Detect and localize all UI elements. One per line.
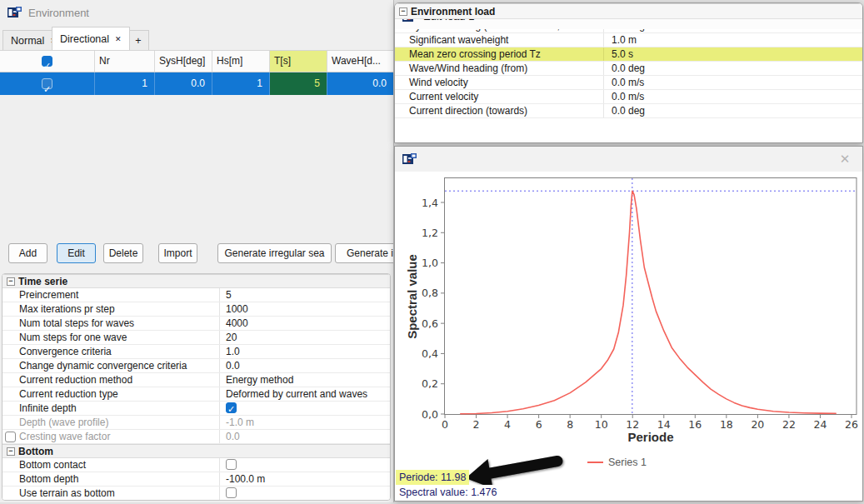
property-value[interactable]: 0.0 bbox=[220, 359, 390, 372]
x-tick-label: 10 bbox=[595, 418, 608, 431]
environment-button-bar: Add Edit Delete Import Generate irregula… bbox=[0, 243, 393, 265]
tab-directional-label: Directional bbox=[60, 33, 109, 45]
property-value[interactable]: 1000 bbox=[220, 302, 390, 316]
x-tick-label: 22 bbox=[782, 418, 796, 431]
y-axis-title: Spectral value bbox=[405, 213, 422, 380]
property-value[interactable]: -100.0 m bbox=[220, 472, 390, 486]
collapse-icon[interactable]: − bbox=[399, 7, 407, 16]
property-row: Current reduction methodEnergy method bbox=[2, 373, 390, 387]
property-row: Use terrain as bottom bbox=[2, 487, 390, 501]
y-tick-label: 1,2 bbox=[422, 227, 438, 239]
table-row-selected[interactable]: 1 0.0 1 5 0.0 bbox=[0, 72, 393, 95]
column-header-nr[interactable]: Nr bbox=[95, 51, 155, 72]
property-section-header[interactable]: −Bottom bbox=[2, 444, 390, 458]
property-row: Bottom contact bbox=[2, 458, 390, 472]
dialog-property-value[interactable]: 0.0 deg bbox=[603, 62, 862, 75]
select-all-checkbox[interactable] bbox=[42, 56, 52, 67]
property-value[interactable]: 4000 bbox=[220, 317, 390, 330]
property-label: Max iterations pr step bbox=[2, 302, 220, 316]
cell-sysh[interactable]: 0.0 bbox=[155, 72, 212, 95]
property-label: Current reduction method bbox=[2, 373, 220, 387]
x-tick-label: 12 bbox=[626, 418, 639, 431]
property-label: Num total steps for waves bbox=[2, 317, 220, 330]
property-value[interactable] bbox=[220, 458, 390, 472]
row-checkbox[interactable] bbox=[42, 78, 52, 89]
environment-titlebar[interactable]: Environment bbox=[0, 0, 393, 25]
generate-button-clipped[interactable]: Generate i bbox=[335, 243, 394, 263]
dialog-property-row: Mean zero crossing period Tz5.0 s bbox=[395, 47, 862, 62]
import-button[interactable]: Import bbox=[158, 243, 197, 263]
select-all-header-cell[interactable] bbox=[0, 51, 95, 72]
property-label: Cresting wave factor bbox=[2, 430, 220, 443]
property-value[interactable]: 5 bbox=[220, 288, 390, 302]
column-header-waveh[interactable]: WaveH[d... bbox=[327, 51, 393, 72]
environment-tabbar: Normal ✕ Directional ✕ + bbox=[0, 25, 393, 50]
crosshair-tooltip-y: Spectral value: 1.476 bbox=[396, 485, 500, 500]
environment-load-section-header[interactable]: − Environment load bbox=[395, 3, 862, 19]
spectrum-plot[interactable]: 024681012141618202224260,00,20,40,60,81,… bbox=[395, 147, 863, 502]
tab-normal-label: Normal bbox=[11, 35, 44, 47]
app-icon bbox=[7, 7, 22, 18]
dialog-property-value[interactable]: 1.0 m bbox=[603, 33, 862, 47]
dialog-property-row: Wave/Wind heading (from)0.0 deg bbox=[395, 62, 862, 76]
column-header-t[interactable]: T[s] bbox=[270, 51, 327, 72]
property-value[interactable]: Deformed by current and waves bbox=[220, 387, 390, 401]
dialog-property-value[interactable]: 0.0 m/s bbox=[603, 76, 862, 89]
cell-hs[interactable]: 1 bbox=[212, 72, 270, 95]
y-tick-label: 0,4 bbox=[422, 347, 438, 360]
property-value[interactable]: Energy method bbox=[220, 373, 390, 387]
legend-line-icon bbox=[587, 462, 603, 463]
property-checkbox[interactable] bbox=[226, 487, 237, 498]
property-row: Max iterations pr step1000 bbox=[2, 302, 390, 317]
delete-button[interactable]: Delete bbox=[103, 243, 143, 263]
add-button[interactable]: Add bbox=[8, 243, 47, 263]
dialog-property-label: Significant waveheight bbox=[395, 33, 603, 47]
row-select-cell[interactable] bbox=[0, 72, 95, 95]
property-value[interactable] bbox=[220, 487, 390, 500]
x-tick-label: 20 bbox=[751, 418, 764, 431]
environment-table: Nr SysH[deg] Hs[m] T[s] WaveH[d... 1 0.0… bbox=[0, 50, 393, 95]
environment-window-title: Environment bbox=[28, 7, 89, 19]
x-tick-label: 18 bbox=[720, 418, 733, 431]
x-tick-label: 26 bbox=[845, 418, 858, 431]
column-header-hs[interactable]: Hs[m] bbox=[212, 51, 270, 72]
collapse-icon[interactable]: − bbox=[7, 277, 15, 286]
dialog-property-value[interactable]: 0.0 deg bbox=[603, 104, 862, 117]
property-label: Preincrement bbox=[2, 288, 220, 302]
dialog-property-label: Wind velocity bbox=[395, 76, 603, 89]
property-section-header[interactable]: −Time serie bbox=[2, 274, 390, 288]
collapse-icon[interactable]: − bbox=[7, 447, 15, 456]
cell-t-selected[interactable]: 5 bbox=[270, 72, 327, 95]
x-tick-label: 2 bbox=[473, 418, 480, 431]
property-label: Num steps for one wave bbox=[2, 331, 220, 344]
tab-directional[interactable]: Directional ✕ bbox=[52, 27, 130, 50]
property-lead-checkbox[interactable] bbox=[5, 432, 16, 442]
property-value[interactable]: 20 bbox=[220, 331, 390, 344]
property-row: Depth (wave profile)-1.0 m bbox=[2, 416, 390, 430]
property-value[interactable]: -1.0 m bbox=[220, 416, 390, 429]
tab-close-icon[interactable]: ✕ bbox=[115, 35, 122, 43]
dialog-property-value[interactable]: 0.0 m/s bbox=[603, 90, 862, 103]
x-tick-label: 14 bbox=[657, 418, 671, 431]
column-header-sysh[interactable]: SysH[deg] bbox=[155, 51, 212, 72]
tab-add-button[interactable]: + bbox=[127, 30, 149, 50]
cell-nr[interactable]: 1 bbox=[95, 72, 155, 95]
dialog-property-value[interactable]: 5.0 s bbox=[603, 47, 862, 61]
dialog-property-label: Current velocity bbox=[395, 90, 603, 103]
property-value[interactable]: 0.0 bbox=[220, 430, 390, 443]
edit-button[interactable]: Edit bbox=[57, 243, 96, 263]
property-section-label: Bottom bbox=[2, 445, 390, 457]
app-screen: Environment Normal ✕ Directional ✕ + Nr … bbox=[0, 0, 864, 504]
environment-window: Environment Normal ✕ Directional ✕ + Nr … bbox=[0, 0, 394, 502]
x-tick-label: 24 bbox=[814, 418, 827, 431]
x-tick-label: 16 bbox=[688, 418, 702, 431]
legend-series-label: Series 1 bbox=[608, 457, 647, 468]
property-value[interactable]: 1.0 bbox=[220, 345, 390, 358]
property-checkbox[interactable] bbox=[226, 402, 237, 413]
property-checkbox[interactable] bbox=[226, 459, 237, 470]
property-label: Bottom contact bbox=[2, 458, 220, 472]
cell-waveh[interactable]: 0.0 bbox=[327, 72, 393, 95]
generate-irregular-sea-button[interactable]: Generate irregular sea bbox=[217, 243, 332, 263]
edit-load-dialog: Edit load 1 ✕ − Environment load System … bbox=[394, 2, 863, 143]
property-value[interactable] bbox=[220, 402, 390, 415]
